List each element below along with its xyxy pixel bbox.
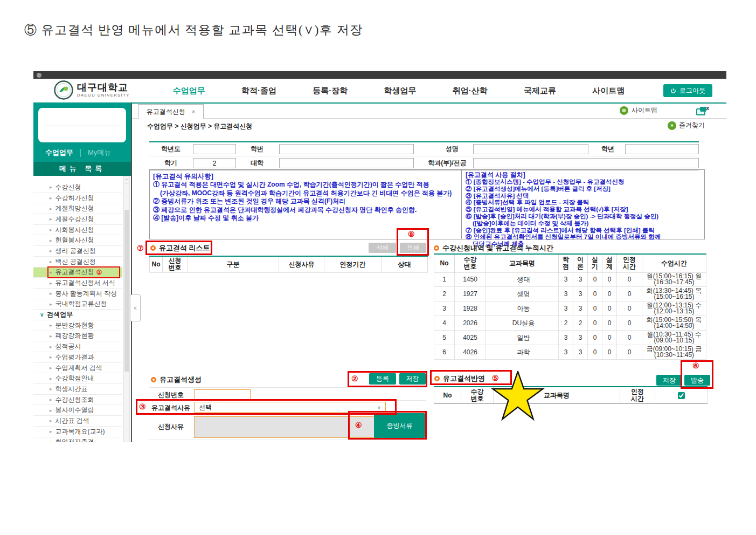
absence-apply-title: 유고결석반영 xyxy=(434,374,485,383)
university-logo[interactable]: 대구대학교 DAEGU UNIVERSITY xyxy=(54,80,130,100)
sidebar-item-수강신청[interactable]: 수강신청 xyxy=(33,182,122,193)
sidebar-item-생리 공결신청[interactable]: 생리 공결신청 xyxy=(33,246,122,257)
reason-type-select[interactable]: 선택 ∨ xyxy=(194,402,386,413)
student-no-input[interactable] xyxy=(279,144,414,154)
semester-label: 학기 xyxy=(149,156,192,170)
sidebar-item-분반강좌현황[interactable]: 분반강좌현황 xyxy=(33,320,122,331)
nav-classwork[interactable]: 수업업무 xyxy=(173,86,205,96)
breadcrumb-row: 수업업무 > 신청업무 > 유고결석신청 ★ 즐겨찾기 xyxy=(132,118,726,132)
nav-sitemap[interactable]: 사이트맵 xyxy=(592,86,625,96)
sidebar-item-성적공시[interactable]: 성적공시 xyxy=(33,341,122,352)
sidebar-tab-classwork[interactable]: 수업업무 xyxy=(45,148,73,157)
sidebar-item-label: 교과목개요(교과) xyxy=(56,427,105,436)
table-row: 64026과학33000금(09:00~10:15) 금(10:30~11:45… xyxy=(434,345,706,360)
favorite-button[interactable]: ★ 즐겨찾기 xyxy=(668,121,705,130)
sidebar-item-계절수강신청[interactable]: 계절수강신청 xyxy=(33,214,122,225)
year-input[interactable] xyxy=(193,144,236,154)
college-input[interactable] xyxy=(279,158,414,168)
column-header: 인정 시간 xyxy=(620,387,655,404)
sidebar-item-학생시간표[interactable]: 학생시간표 xyxy=(33,384,122,395)
semester-input[interactable] xyxy=(193,158,236,168)
sidebar-item-헌혈봉사신청[interactable]: 헌혈봉사신청 xyxy=(33,235,122,246)
notice-line: ④ [발송]이후 날짜 수정 및 취소 불가 xyxy=(153,214,458,223)
print-button[interactable]: 인쇄 xyxy=(400,243,426,253)
notice-procedure-lines: ① [종합정보시스템] - 수업업무 - 신청업무 - 유고결석신청② [유고결… xyxy=(466,179,700,248)
create-save-button[interactable]: 저장 xyxy=(399,373,426,385)
column-header: 인정 시간 xyxy=(617,254,642,272)
grade-input[interactable] xyxy=(625,144,699,154)
table-cell: 0 xyxy=(588,345,602,360)
sidebar-item-수강학점안내[interactable]: 수강학점안내 xyxy=(33,373,122,384)
scrollbar-thumb[interactable] xyxy=(124,210,129,372)
sidebar-collapse-handle[interactable]: < xyxy=(130,294,141,321)
bullet-icon xyxy=(434,376,440,381)
table-row: 31928아동33000월(12:00~13:15) 수(12:00~13:15… xyxy=(434,301,706,316)
sidebar-item-유고결석신청서 서식[interactable]: 유고결석신청서 서식 xyxy=(33,278,122,289)
sidebar-item-백신 공결신청[interactable]: 백신 공결신청 xyxy=(33,257,122,268)
name-input[interactable] xyxy=(473,144,588,154)
table-row: 21927생명33000화(13:30~14:45) 목(15:00~16:15… xyxy=(434,287,706,301)
sidebar-item-label: 성적공시 xyxy=(56,342,81,351)
table-cell: 1928 xyxy=(455,301,486,316)
table-cell: 3 xyxy=(573,301,588,316)
notice-cautions-lines: ① 유고결석 적용은 대면수업 및 실시간 Zoom 수업, 학습기간(출석인정… xyxy=(153,181,458,223)
nav-international[interactable]: 국제교류 xyxy=(524,86,556,96)
nav-studentaffairs[interactable]: 학생업무 xyxy=(384,86,416,96)
apply-save-button[interactable]: 저장 xyxy=(656,375,682,386)
sidebar-item-수강신청조회[interactable]: 수강신청조회 xyxy=(33,395,122,406)
nav-career[interactable]: 취업·산학 xyxy=(453,86,488,96)
table-cell: 0 xyxy=(617,272,642,287)
sidebar-item-label: 취업전자출결 xyxy=(56,437,94,442)
logout-button[interactable]: 로그아웃 xyxy=(663,84,712,97)
sidebar-item-취업전자출결[interactable]: 취업전자출결 xyxy=(33,437,122,443)
nav-registration[interactable]: 등록·장학 xyxy=(313,86,348,96)
sidebar-item-계절희망신청[interactable]: 계절희망신청 xyxy=(33,203,122,214)
sidebar-item-검색업무[interactable]: 검색업무 xyxy=(33,310,122,320)
sidebar-item-유고결석신청[interactable]: 유고결석신청① xyxy=(33,268,122,278)
sidebar-item-label: 생리 공결신청 xyxy=(56,246,96,256)
table-cell: 6 xyxy=(434,345,455,360)
sidebar-item-사회봉사신청[interactable]: 사회봉사신청 xyxy=(33,225,122,236)
tab-absence-application[interactable]: 유고결석신청 × xyxy=(138,104,204,119)
sidebar-item-국내학점교류신청[interactable]: 국내학점교류신청 xyxy=(33,299,122,310)
reason-textarea[interactable] xyxy=(194,416,376,438)
sidebar-scrollbar[interactable]: ^ xyxy=(123,176,130,442)
evidence-button[interactable]: 증빙서류 xyxy=(374,413,425,438)
sidebar-item-label: 헌혈봉사신청 xyxy=(56,236,94,245)
register-button[interactable]: 등록 xyxy=(369,373,396,385)
window-popup-icon[interactable]: x xyxy=(696,107,709,115)
sidebar-item-봉사이수열람[interactable]: 봉사이수열람 xyxy=(33,405,122,416)
sidebar-item-label: 폐강강좌현황 xyxy=(56,331,94,340)
scroll-up-icon[interactable]: ^ xyxy=(124,176,129,184)
column-header: 학 점 xyxy=(559,254,573,272)
table-cell: 월(12:00~13:15) 수(12:00~13:15) xyxy=(642,301,706,316)
sitemap-link[interactable]: ▦ 사이트맵 xyxy=(620,106,657,115)
table-row: 11450생태33000월(15:00~16:15) 월(16:30~17:45… xyxy=(434,272,706,287)
table-cell: 0 xyxy=(617,345,642,360)
delete-button[interactable]: 삭제 xyxy=(369,243,396,253)
login-info-box xyxy=(38,108,126,142)
notice-line: ① 유고결석 적용은 대면수업 및 실시간 Zoom 수업, 학습기간(출석인정… xyxy=(153,181,458,189)
notice-line: ③ 폐강으로 인한 유고결석은 단과대학행정실에서 폐강과목 수강신청자 명단 … xyxy=(153,206,458,215)
table-cell: 0 xyxy=(588,316,602,331)
sidebar-item-시간표 검색[interactable]: 시간표 검색 xyxy=(33,416,122,427)
notice-line: ④ [증빙서류]선택 후 파일 업로드 - 저장 클릭 xyxy=(466,199,700,206)
sidebar-item-봉사 활동계획서 작성[interactable]: 봉사 활동계획서 작성 xyxy=(33,289,122,299)
major-input[interactable] xyxy=(473,158,699,168)
tab-close-icon[interactable]: × xyxy=(192,108,195,115)
nav-records[interactable]: 학적·졸업 xyxy=(241,86,276,96)
sidebar-tab-mymenu[interactable]: My메뉴 xyxy=(88,148,111,157)
select-all-checkbox[interactable] xyxy=(678,392,685,399)
sidebar-item-label: 국내학점교류신청 xyxy=(56,299,107,308)
send-button[interactable]: 발송 xyxy=(684,375,710,386)
table-cell: 0 xyxy=(617,287,642,301)
sidebar-item-수강허가신청[interactable]: 수강허가신청 xyxy=(33,193,122,204)
column-header: 신청 번호 xyxy=(163,256,188,272)
sidebar-item-수업평가결과[interactable]: 수업평가결과 xyxy=(33,352,122,363)
table-cell: DU실용 xyxy=(486,316,559,331)
sidebar-item-교과목개요(교과)[interactable]: 교과목개요(교과) xyxy=(33,427,122,437)
request-no-input[interactable] xyxy=(194,389,251,400)
sidebar-item-수업계획서 검색[interactable]: 수업계획서 검색 xyxy=(33,363,122,374)
sidebar-item-폐강강좌현황[interactable]: 폐강강좌현황 xyxy=(33,331,122,342)
column-header: 실 기 xyxy=(588,254,602,272)
